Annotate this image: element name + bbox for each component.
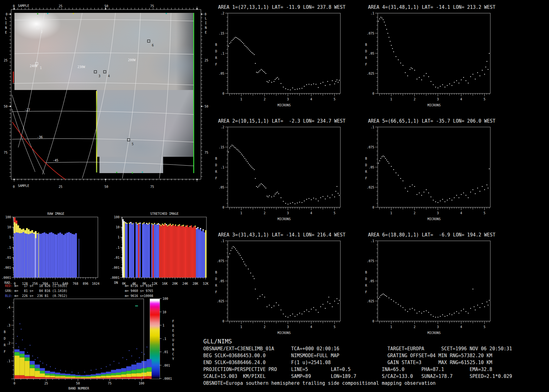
svg-text:75: 75 (4, 151, 8, 154)
svg-text:4: 4 (460, 98, 462, 101)
svg-text:1: 1 (9, 236, 11, 239)
svg-text:N: N (172, 348, 174, 351)
svg-text:25: 25 (59, 4, 62, 8)
svg-text:.1: .1 (7, 246, 11, 249)
svg-text:10: 10 (7, 225, 11, 229)
svg-text:3: 3 (287, 211, 289, 215)
svg-text:.15: .15 (219, 32, 224, 35)
svg-text:E: E (172, 329, 174, 332)
svg-text:R: R (172, 324, 174, 328)
svg-text:5: 5 (483, 325, 485, 329)
raw-histogram: 100101.1.01.001.000101282563845126407688… (2, 215, 99, 285)
svg-text:F: F (365, 177, 367, 180)
svg-text:100: 100 (139, 382, 144, 385)
svg-text:28K: 28K (193, 282, 198, 285)
svg-text:10: 10 (116, 225, 120, 229)
map-graticule: 240W230W200W-27-36-45 (12, 13, 194, 179)
svg-text:F: F (365, 63, 367, 66)
svg-text:25: 25 (44, 382, 48, 385)
spectrum-points-5 (378, 156, 489, 203)
svg-text:.0001: .0001 (110, 276, 120, 279)
svg-text:75: 75 (205, 151, 208, 154)
spectrum-panel-1: 12345.2.15.1.050BDRF (215, 12, 340, 101)
svg-text:0: 0 (372, 320, 374, 323)
spectrum-panel-4: 12345.1.075.05.0250BDRF (365, 12, 490, 101)
svg-text:R: R (215, 284, 217, 287)
svg-text:25: 25 (59, 185, 62, 188)
svg-text:R: R (365, 284, 367, 287)
svg-text:.1: .1 (7, 359, 10, 363)
svg-text:R: R (215, 170, 217, 173)
svg-text:5: 5 (333, 211, 335, 215)
bdrf-band-heatmap: .4.3.2.1BDRF0255075100 (4, 299, 152, 385)
svg-text:N: N (205, 26, 207, 29)
spectrum-points-6 (378, 289, 489, 318)
svg-text:B: B (365, 43, 367, 46)
svg-text:.4: .4 (7, 306, 10, 309)
map-area-markers: 123456 (35, 26, 154, 146)
svg-text:.1: .1 (221, 52, 224, 55)
svg-text:.15: .15 (219, 146, 224, 149)
svg-text:B: B (215, 271, 217, 274)
colorbar-scale: 100101.1.01.001.0001FREQUENCY (159, 297, 174, 380)
svg-text:.05: .05 (369, 279, 374, 283)
svg-text:0: 0 (13, 185, 15, 188)
svg-text:75: 75 (150, 185, 154, 188)
svg-text:50: 50 (76, 382, 80, 385)
svg-text:230W: 230W (77, 65, 85, 69)
svg-text:1: 1 (240, 211, 242, 215)
svg-text:Y: Y (172, 357, 174, 361)
svg-text:5: 5 (483, 211, 485, 215)
svg-text:D: D (365, 50, 367, 53)
svg-text:0: 0 (372, 206, 374, 209)
svg-text:.01: .01 (5, 256, 11, 259)
svg-text:50: 50 (205, 105, 208, 108)
svg-text:4: 4 (310, 325, 312, 329)
svg-text:0: 0 (13, 382, 15, 385)
svg-text:32K: 32K (203, 282, 208, 285)
svg-text:1: 1 (240, 325, 242, 329)
svg-text:.1: .1 (221, 166, 224, 169)
generated-graphics-overlay: 0025255050757500252550507575LLIINNEE240W… (0, 0, 549, 392)
svg-text:.001: .001 (3, 266, 11, 269)
svg-text:50: 50 (104, 185, 108, 188)
svg-text:B: B (365, 271, 367, 274)
svg-text:.05: .05 (369, 52, 374, 55)
svg-text:D: D (365, 163, 367, 167)
svg-text:2: 2 (413, 211, 415, 215)
map-graphics: 0025255050757500252550507575LLIINNEE (4, 4, 208, 188)
svg-text:.05: .05 (219, 72, 224, 75)
svg-text:100: 100 (114, 215, 120, 219)
svg-text:5: 5 (132, 142, 134, 146)
svg-text:D: D (365, 277, 367, 281)
svg-text:.075: .075 (367, 146, 374, 149)
svg-text:0: 0 (222, 320, 224, 323)
svg-text:N: N (5, 26, 7, 29)
svg-text:Q: Q (172, 334, 174, 337)
svg-text:1: 1 (390, 211, 392, 215)
svg-text:0: 0 (14, 282, 16, 285)
svg-text:.001: .001 (163, 364, 170, 367)
svg-text:25: 25 (205, 59, 208, 62)
svg-text:-36: -36 (37, 135, 43, 139)
svg-text:F: F (4, 350, 6, 353)
spectrum-points-2 (228, 145, 339, 205)
svg-text:C: C (172, 352, 174, 356)
svg-text:2: 2 (413, 325, 415, 329)
svg-text:.001: .001 (112, 266, 120, 269)
svg-text:E: E (5, 31, 7, 34)
svg-text:D: D (215, 277, 217, 281)
svg-text:.1: .1 (370, 239, 374, 243)
spectrum-panel-3: 12345.1.075.05.0250BDRF (215, 239, 340, 329)
svg-text:75: 75 (108, 382, 112, 385)
svg-text:.0001: .0001 (2, 276, 11, 279)
svg-text:5: 5 (333, 325, 335, 329)
svg-text:100: 100 (5, 215, 11, 219)
svg-text:4: 4 (310, 211, 312, 215)
svg-text:U: U (172, 338, 174, 342)
svg-text:16K: 16K (162, 282, 168, 285)
svg-text:256: 256 (32, 282, 38, 285)
svg-text:3: 3 (99, 74, 100, 78)
svg-text:4: 4 (310, 98, 312, 101)
svg-text:5: 5 (333, 98, 335, 101)
